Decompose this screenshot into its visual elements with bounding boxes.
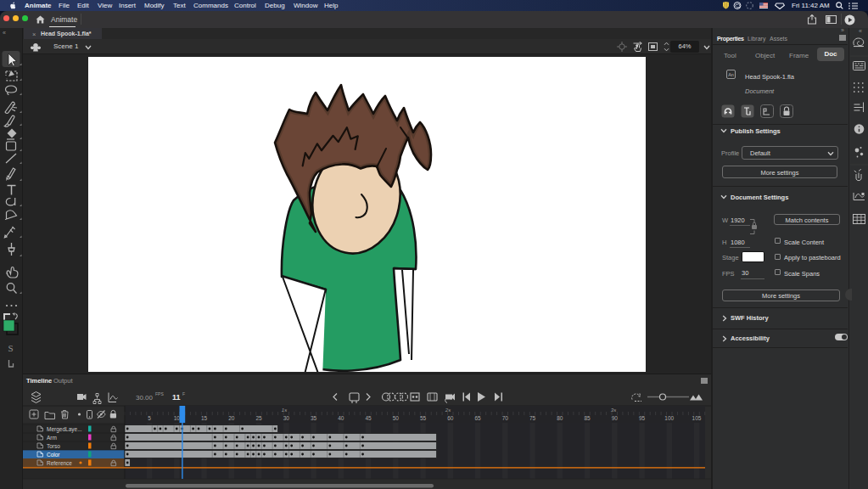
svg-text:«: « <box>3 30 6 36</box>
svg-text:105: 105 <box>692 415 702 421</box>
svg-text:F: F <box>182 391 185 396</box>
svg-text:50: 50 <box>393 415 400 421</box>
svg-text:65: 65 <box>474 415 481 421</box>
svg-text:75: 75 <box>529 415 536 421</box>
svg-text:2s: 2s <box>445 408 451 413</box>
svg-text:30: 30 <box>283 415 290 421</box>
svg-text:10: 10 <box>174 415 181 421</box>
svg-text:«: « <box>859 28 862 34</box>
svg-text:FPS: FPS <box>155 391 164 396</box>
svg-text:11: 11 <box>172 393 181 402</box>
svg-text:1s: 1s <box>282 408 287 413</box>
svg-text:70: 70 <box>502 415 509 421</box>
svg-text:25: 25 <box>255 415 262 421</box>
svg-text:20: 20 <box>228 415 235 421</box>
svg-text:85: 85 <box>584 415 591 421</box>
svg-text:40: 40 <box>338 415 344 421</box>
svg-text:S: S <box>8 343 14 353</box>
svg-text:Color: Color <box>47 452 60 458</box>
svg-text:30.00: 30.00 <box>136 394 154 402</box>
svg-text:Reference: Reference <box>47 460 72 466</box>
svg-text:80: 80 <box>557 415 563 421</box>
svg-text:95: 95 <box>639 415 646 421</box>
svg-text:MergedLaye...: MergedLaye... <box>47 426 82 433</box>
svg-text:90: 90 <box>612 415 619 421</box>
svg-text:35: 35 <box>311 415 317 421</box>
svg-text:Torso: Torso <box>47 443 60 449</box>
svg-text:45: 45 <box>365 415 372 421</box>
svg-text:Arm: Arm <box>47 435 57 441</box>
svg-text:15: 15 <box>201 415 208 421</box>
svg-text:5: 5 <box>148 415 151 421</box>
svg-text:3s: 3s <box>611 408 616 413</box>
svg-text:100: 100 <box>664 415 674 421</box>
svg-text:55: 55 <box>420 415 427 421</box>
svg-text:60: 60 <box>447 415 454 421</box>
